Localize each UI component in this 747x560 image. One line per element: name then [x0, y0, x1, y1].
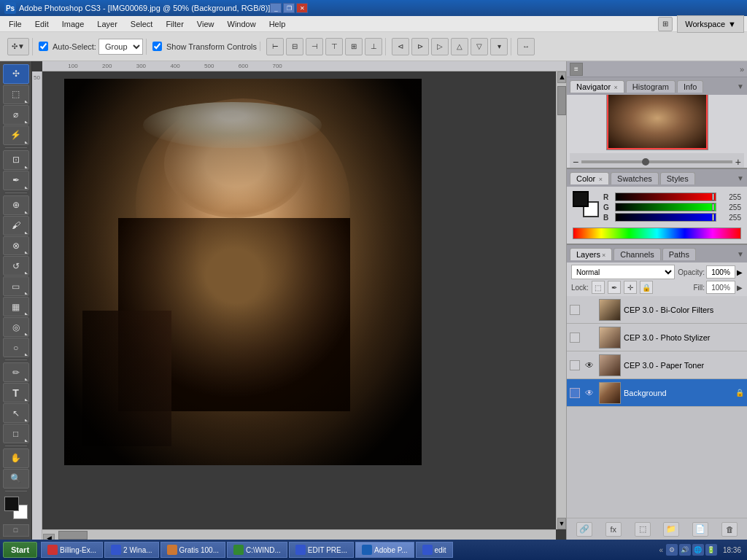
menu-layer[interactable]: Layer: [91, 18, 123, 30]
menu-view[interactable]: View: [191, 18, 220, 30]
navigator-tab-close[interactable]: ×: [612, 84, 618, 91]
vertical-scrollbar[interactable]: ▲ ▼: [556, 71, 566, 529]
layer-visibility-checkbox-stylizer[interactable]: [570, 332, 580, 343]
canvas-scroll[interactable]: ▲ ▼ ◀: [42, 71, 566, 540]
menu-filter[interactable]: Filter: [160, 18, 189, 30]
layer-visibility-checkbox-background[interactable]: [570, 388, 580, 398]
brush-tool-button[interactable]: 🖌: [3, 216, 29, 236]
scrollbar-up-button[interactable]: ▲: [557, 71, 566, 83]
align-center-v-button[interactable]: ⊞: [345, 38, 363, 55]
layers-tab-close[interactable]: ×: [602, 252, 605, 259]
eraser-tool-button[interactable]: ▭: [3, 276, 29, 296]
workspace-button[interactable]: Workspace ▼: [677, 15, 744, 33]
quick-select-tool-button[interactable]: ⚡: [3, 125, 29, 145]
new-layer-button[interactable]: 📄: [692, 522, 708, 537]
eyedropper-tool-button[interactable]: ✒: [3, 171, 29, 190]
layer-eye-background[interactable]: 👁: [583, 386, 596, 400]
horizontal-scrollbar[interactable]: ◀: [42, 529, 556, 540]
scrollbar-left-button[interactable]: ◀: [43, 534, 55, 540]
panel-expand-button[interactable]: ▼: [737, 82, 744, 90]
align-bottom-button[interactable]: ⊥: [365, 38, 382, 55]
color-spectrum-bar[interactable]: [573, 228, 741, 239]
align-center-h-button[interactable]: ⊟: [286, 38, 303, 55]
pen-tool-button[interactable]: ✏: [3, 362, 29, 382]
distribute-bottom-button[interactable]: ▾: [490, 38, 508, 55]
taskbar-item-adobe-ps[interactable]: Adobe P...: [355, 542, 414, 558]
panel-options-icon[interactable]: ≡: [570, 63, 583, 76]
blur-tool-button[interactable]: ◎: [3, 317, 29, 337]
align-right-button[interactable]: ⊣: [306, 38, 323, 55]
history-brush-tool-button[interactable]: ↺: [3, 256, 29, 276]
tab-info[interactable]: Info: [677, 80, 703, 93]
tab-channels[interactable]: Channels: [614, 248, 660, 260]
restore-button[interactable]: ❐: [283, 3, 295, 13]
shape-tool-button[interactable]: □: [3, 424, 29, 443]
color-picker-swatches[interactable]: [573, 191, 599, 217]
type-tool-button[interactable]: T: [3, 383, 29, 402]
opacity-stepper[interactable]: ▶: [737, 268, 743, 276]
distribute-right-button[interactable]: ▷: [431, 38, 449, 55]
red-channel-slider[interactable]: [615, 192, 716, 201]
dodge-tool-button[interactable]: ○: [3, 338, 29, 357]
scrollbar-h-thumb[interactable]: [58, 531, 88, 540]
panel-collapse-button[interactable]: »: [740, 65, 744, 74]
green-channel-slider[interactable]: [615, 203, 716, 211]
start-button[interactable]: Start: [3, 542, 37, 558]
fill-value-field[interactable]: 100%: [706, 281, 735, 294]
delete-layer-button[interactable]: 🗑: [721, 522, 738, 537]
new-group-button[interactable]: 📁: [663, 522, 679, 537]
zoom-tool-button[interactable]: 🔍: [3, 469, 29, 489]
layer-visibility-checkbox-bi-color[interactable]: [570, 305, 580, 315]
scrollbar-thumb[interactable]: [557, 86, 566, 115]
crop-tool-button[interactable]: ⊡: [3, 150, 29, 170]
clone-stamp-tool-button[interactable]: ⊗: [3, 236, 29, 256]
auto-align-button[interactable]: ↔: [517, 38, 535, 55]
taskbar-item-cwind[interactable]: C:\WIND...: [227, 542, 287, 558]
layer-eye-bi-color[interactable]: 👁: [583, 303, 596, 316]
lock-paint-button[interactable]: ✒: [608, 281, 621, 294]
tab-swatches[interactable]: Swatches: [611, 172, 659, 184]
layer-eye-stylizer[interactable]: 👁: [583, 331, 596, 344]
foreground-color-box[interactable]: [573, 191, 589, 207]
tab-paths[interactable]: Paths: [662, 248, 696, 260]
blend-mode-select[interactable]: Normal Multiply Screen Overlay: [571, 265, 675, 279]
quick-mask-button[interactable]: □: [3, 524, 29, 537]
tab-styles[interactable]: Styles: [660, 172, 695, 184]
add-layer-style-button[interactable]: fx: [605, 522, 622, 537]
move-tool-button[interactable]: ✣: [3, 64, 29, 84]
color-tab-close[interactable]: ×: [597, 176, 603, 183]
layer-item-photo-stylizer[interactable]: 👁 CEP 3.0 - Photo Stylizer: [567, 324, 747, 351]
taskbar-item-edit[interactable]: edit: [416, 542, 453, 558]
path-select-tool-button[interactable]: ↖: [3, 403, 29, 423]
taskbar-item-billing[interactable]: Billing-Ex...: [41, 542, 103, 558]
menu-image[interactable]: Image: [56, 18, 90, 30]
lock-transparent-button[interactable]: ⬚: [592, 281, 605, 294]
opacity-value-field[interactable]: 100%: [706, 265, 735, 279]
healing-brush-tool-button[interactable]: ⊕: [3, 195, 29, 215]
menu-window[interactable]: Window: [222, 18, 262, 30]
rectangular-marquee-tool-button[interactable]: ⬚: [3, 85, 29, 104]
zoom-in-button[interactable]: +: [735, 156, 741, 168]
layer-visibility-checkbox-toner[interactable]: [570, 360, 580, 370]
tab-layers[interactable]: Layers×: [570, 248, 612, 260]
layers-expand-button[interactable]: ▼: [737, 250, 744, 258]
taskbar-item-gratis[interactable]: Gratis 100...: [160, 542, 225, 558]
panel-toggle-button[interactable]: ⊞: [658, 17, 673, 31]
navigator-thumbnail[interactable]: [606, 95, 708, 150]
distribute-center-h-button[interactable]: ⊳: [411, 38, 429, 55]
menu-help[interactable]: Help: [263, 18, 292, 30]
lock-move-button[interactable]: ✛: [624, 281, 637, 294]
lasso-tool-button[interactable]: ⌀: [3, 105, 29, 125]
expand-taskbar-button[interactable]: «: [659, 546, 663, 554]
fill-stepper[interactable]: ▶: [737, 284, 743, 292]
zoom-out-button[interactable]: −: [573, 156, 578, 168]
distribute-top-button[interactable]: △: [451, 38, 468, 55]
distribute-left-button[interactable]: ⊲: [392, 38, 409, 55]
close-button[interactable]: ✕: [296, 3, 308, 13]
menu-select[interactable]: Select: [125, 18, 159, 30]
auto-select-type-select[interactable]: Group Layer: [98, 39, 143, 55]
lock-all-button[interactable]: 🔒: [640, 281, 653, 294]
add-mask-button[interactable]: ⬚: [635, 522, 651, 537]
menu-edit[interactable]: Edit: [29, 18, 55, 30]
color-selector[interactable]: [4, 497, 28, 519]
